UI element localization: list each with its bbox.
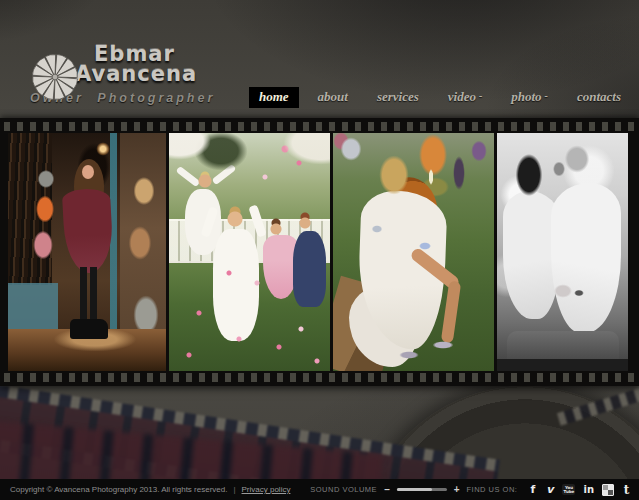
find-us-label: FIND US ON:	[467, 485, 518, 494]
logo[interactable]: Ebmar Avancena Owner Photographer	[28, 44, 215, 105]
volume-slider-fill	[397, 488, 432, 491]
photo1-shelf-shape	[120, 133, 166, 371]
nav-contacts-label: contacts	[577, 89, 621, 105]
logo-name-line1: Ebmar	[94, 44, 215, 64]
social-icons: f v You Tube in t	[528, 483, 631, 496]
gallery-photo-kids-petals[interactable]	[169, 133, 330, 371]
photo2-boy2-outfit-shape	[213, 229, 259, 341]
privacy-policy-link[interactable]: Privacy policy	[242, 485, 291, 494]
photo2-boy1-arm-shape	[212, 164, 237, 186]
nav-home-label: home	[259, 89, 289, 105]
volume-up-button[interactable]: +	[454, 485, 460, 495]
photo2-boy-navy-shirt-shape	[293, 231, 326, 307]
twitter-icon[interactable]: t	[622, 483, 631, 496]
photo4-man-shirt-shape	[551, 183, 621, 333]
volume-down-button[interactable]: –	[384, 485, 390, 495]
photo2-boy1-arm-shape	[176, 166, 201, 188]
film-sprockets-bottom	[3, 373, 636, 382]
photo2-boy1-shirt-shape	[185, 189, 221, 255]
pinwheel-logo-icon	[28, 50, 82, 104]
sound-volume-label: SOUND VOLUME	[310, 485, 377, 494]
filmstrip-gallery	[0, 118, 639, 386]
photo4-woman-shirt-shape	[503, 191, 561, 319]
photo1-girl-hair-shape	[74, 159, 104, 227]
nav-item-services[interactable]: services	[367, 87, 429, 108]
footer-separator: |	[233, 485, 235, 494]
nav-about-label: about	[318, 89, 348, 105]
photo4-heads-and-details-blobs	[497, 133, 628, 371]
vimeo-icon[interactable]: v	[545, 483, 554, 496]
photo1-legs-shape	[80, 267, 97, 323]
footer-left: Copyright © Avancena Photography 2013. A…	[10, 485, 290, 494]
photo1-blue-wall-shape	[8, 283, 58, 329]
dropdown-indicator-icon: -	[545, 90, 548, 101]
photo3-dress-train-shape	[349, 285, 421, 367]
gallery-photo-couple-kissing[interactable]	[497, 133, 628, 371]
photo1-hanging-belts-shape	[8, 133, 52, 285]
linkedin-icon[interactable]: in	[583, 483, 594, 496]
nav-photo-label: photo	[511, 89, 541, 105]
film-sprockets-top	[3, 122, 636, 131]
photo3-white-dress-shape	[356, 190, 447, 351]
photo2-boy2-arm-shape	[248, 204, 266, 237]
nav-video-label: video	[448, 89, 476, 105]
photo2-white-fence-shape	[169, 219, 330, 263]
nav-services-label: services	[377, 89, 419, 105]
youtube-icon-text-bottom: Tube	[564, 490, 575, 494]
photo1-girl-face-shape	[82, 165, 94, 179]
footer-right: SOUND VOLUME – + FIND US ON: f v You Tub…	[310, 483, 631, 496]
nav-item-contacts[interactable]: contacts	[567, 87, 631, 108]
logo-name-line2: Avancena	[75, 64, 215, 84]
dropdown-indicator-icon: -	[479, 90, 482, 101]
gallery-photo-bride-bench[interactable]	[333, 133, 494, 371]
facebook-icon[interactable]: f	[528, 483, 537, 496]
photo3-face-and-details-blobs	[333, 133, 494, 371]
main-nav: home about services video - photo - cont…	[240, 87, 631, 108]
photo4-wave-texture	[497, 133, 628, 371]
photo1-scene-blobs	[8, 133, 166, 329]
photo3-wood-bench-shape	[333, 276, 404, 371]
footer-bar: Copyright © Avancena Photography 2013. A…	[0, 479, 639, 500]
photo1-burgundy-dress-shape	[62, 188, 114, 274]
page: Ebmar Avancena Owner Photographer home a…	[0, 0, 639, 500]
copyright-text: Copyright © Avancena Photography 2013. A…	[10, 485, 227, 494]
photo1-boots-shape	[70, 319, 108, 339]
photo4-trousers-shape	[507, 331, 619, 371]
gallery-photo-leather-shop[interactable]	[8, 133, 166, 371]
nav-item-about[interactable]: about	[308, 87, 358, 108]
photo2-girl-pink-dress-shape	[263, 235, 299, 299]
volume-slider[interactable]	[397, 488, 447, 491]
photo1-wood-floor-shape	[8, 329, 166, 371]
youtube-icon[interactable]: You Tube	[562, 484, 575, 495]
photo3-shin-shape	[441, 280, 462, 343]
nav-item-photo[interactable]: photo -	[501, 87, 558, 108]
photo-row	[8, 133, 628, 371]
nav-item-home[interactable]: home	[249, 87, 299, 108]
photo3-background-crowd-blobs	[333, 133, 494, 211]
photo3-guitar-shape	[380, 172, 444, 245]
delicious-icon[interactable]	[602, 484, 614, 496]
photo2-petals-and-heads-blobs	[169, 133, 330, 371]
photo2-boy2-arm-shape	[201, 206, 219, 237]
nav-item-video[interactable]: video -	[438, 87, 493, 108]
photo3-leg-shape	[409, 246, 461, 291]
